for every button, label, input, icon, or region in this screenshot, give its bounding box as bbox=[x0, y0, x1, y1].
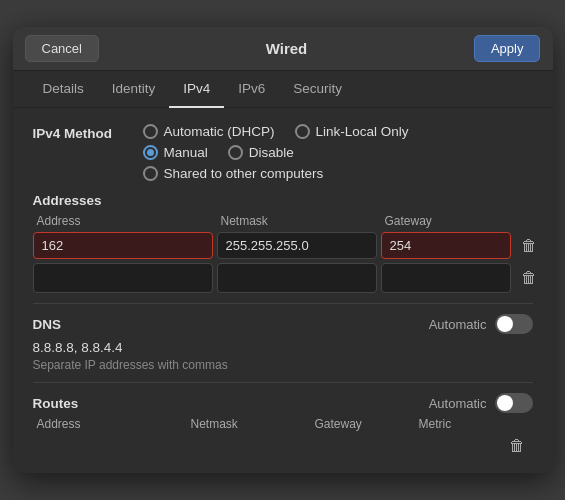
routes-columns: Address Netmask Gateway Metric bbox=[33, 417, 533, 431]
tab-identity[interactable]: Identity bbox=[98, 71, 170, 108]
option-disable-label: Disable bbox=[249, 145, 294, 160]
option-link-local-label: Link-Local Only bbox=[316, 124, 409, 139]
routes-col-action bbox=[503, 417, 531, 431]
col-address: Address bbox=[37, 214, 217, 228]
col-gateway: Gateway bbox=[385, 214, 515, 228]
radio-manual-circle bbox=[143, 145, 158, 160]
routes-section: Routes Automatic Address Netmask Gateway… bbox=[33, 393, 533, 457]
delete-row-1-button[interactable]: 🗑 bbox=[515, 235, 543, 257]
routes-auto-label: Automatic bbox=[429, 396, 487, 411]
wired-dialog: Cancel Wired Apply Details Identity IPv4… bbox=[13, 27, 553, 473]
routes-col-gateway: Gateway bbox=[315, 417, 415, 431]
tab-ipv4[interactable]: IPv4 bbox=[169, 71, 224, 108]
dns-hint: Separate IP addresses with commas bbox=[33, 358, 533, 372]
routes-toggle[interactable] bbox=[495, 393, 533, 413]
ipv4-radio-row-2: Manual Disable bbox=[143, 145, 533, 160]
ipv4-radio-row-1: Automatic (DHCP) Link-Local Only bbox=[143, 124, 533, 139]
gateway-empty-1 bbox=[381, 263, 511, 293]
option-dhcp[interactable]: Automatic (DHCP) bbox=[143, 124, 275, 139]
radio-dhcp-circle bbox=[143, 124, 158, 139]
cancel-button[interactable]: Cancel bbox=[25, 35, 99, 62]
dns-toggle[interactable] bbox=[495, 314, 533, 334]
divider-2 bbox=[33, 382, 533, 383]
tab-ipv6[interactable]: IPv6 bbox=[224, 71, 279, 108]
content-area: IPv4 Method Automatic (DHCP) Link-Local … bbox=[13, 108, 553, 473]
routes-header-row: Routes Automatic bbox=[33, 393, 533, 413]
netmask-input-1[interactable] bbox=[217, 232, 377, 259]
tab-details[interactable]: Details bbox=[29, 71, 98, 108]
addresses-section: Addresses Address Netmask Gateway 🗑 🗑 bbox=[33, 193, 533, 293]
radio-link-local-circle bbox=[295, 124, 310, 139]
dialog-title: Wired bbox=[266, 40, 308, 57]
option-disable[interactable]: Disable bbox=[228, 145, 294, 160]
ipv4-radio-row-3: Shared to other computers bbox=[143, 166, 533, 181]
ipv4-method-label: IPv4 Method bbox=[33, 124, 143, 141]
option-link-local[interactable]: Link-Local Only bbox=[295, 124, 409, 139]
tab-security[interactable]: Security bbox=[279, 71, 356, 108]
apply-button[interactable]: Apply bbox=[474, 35, 541, 62]
tab-bar: Details Identity IPv4 IPv6 Security bbox=[13, 71, 553, 108]
ipv4-method-options: Automatic (DHCP) Link-Local Only Manual … bbox=[143, 124, 533, 181]
delete-row-2-button[interactable]: 🗑 bbox=[515, 267, 543, 289]
routes-col-metric: Metric bbox=[419, 417, 499, 431]
option-dhcp-label: Automatic (DHCP) bbox=[164, 124, 275, 139]
dns-auto-toggle: Automatic bbox=[429, 314, 533, 334]
dns-row: DNS Automatic bbox=[33, 314, 533, 334]
radio-shared-circle bbox=[143, 166, 158, 181]
routes-label: Routes bbox=[33, 396, 79, 411]
dns-value: 8.8.8.8, 8.8.4.4 bbox=[33, 340, 533, 355]
option-shared[interactable]: Shared to other computers bbox=[143, 166, 324, 181]
routes-auto-toggle: Automatic bbox=[429, 393, 533, 413]
routes-col-netmask: Netmask bbox=[191, 417, 311, 431]
option-manual[interactable]: Manual bbox=[143, 145, 208, 160]
address-input-1[interactable] bbox=[33, 232, 213, 259]
option-manual-label: Manual bbox=[164, 145, 208, 160]
routes-col-address: Address bbox=[37, 417, 187, 431]
dns-auto-label: Automatic bbox=[429, 317, 487, 332]
addresses-label: Addresses bbox=[33, 193, 533, 208]
address-row-1: 🗑 bbox=[33, 232, 533, 259]
gateway-input-1[interactable] bbox=[381, 232, 511, 259]
radio-disable-circle bbox=[228, 145, 243, 160]
titlebar: Cancel Wired Apply bbox=[13, 27, 553, 71]
address-row-2: 🗑 bbox=[33, 263, 533, 293]
col-action bbox=[519, 214, 547, 228]
divider-1 bbox=[33, 303, 533, 304]
ipv4-method-row: IPv4 Method Automatic (DHCP) Link-Local … bbox=[33, 124, 533, 181]
delete-route-button[interactable]: 🗑 bbox=[507, 435, 527, 457]
col-netmask: Netmask bbox=[221, 214, 381, 228]
netmask-empty-1 bbox=[217, 263, 377, 293]
option-shared-label: Shared to other computers bbox=[164, 166, 324, 181]
dns-label: DNS bbox=[33, 317, 62, 332]
address-empty-1 bbox=[33, 263, 213, 293]
addresses-header: Address Netmask Gateway bbox=[33, 214, 533, 228]
routes-empty-row: 🗑 bbox=[33, 435, 533, 457]
